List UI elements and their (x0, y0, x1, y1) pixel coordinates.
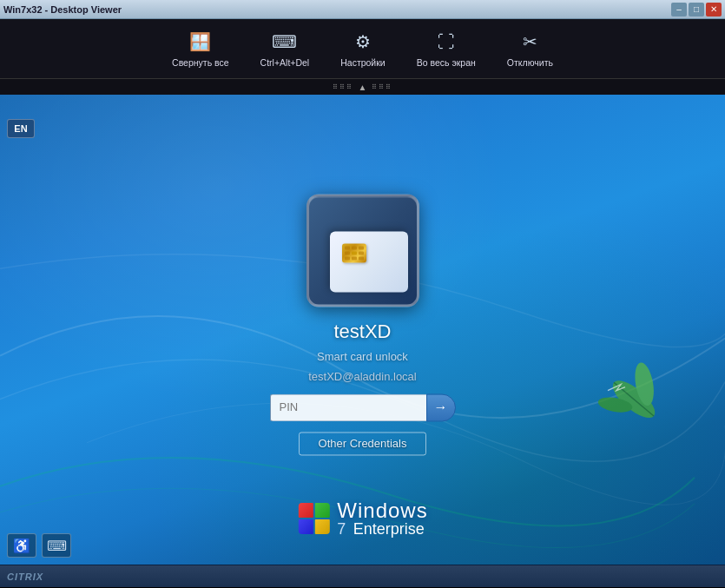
pin-go-icon: → (434, 400, 448, 415)
handle-dots-right: ⠿⠿⠿ (372, 83, 392, 91)
close-button[interactable]: ✕ (706, 3, 722, 17)
fullscreen-label: Во весь экран (417, 57, 476, 68)
maximize-button[interactable]: □ (689, 3, 704, 17)
accessibility-icon: ♿ (13, 538, 30, 554)
pin-input[interactable] (270, 393, 426, 421)
other-credentials-label: Other Credentials (319, 437, 407, 450)
svg-point-0 (607, 374, 660, 424)
orb-red (298, 503, 313, 518)
minimize-all-label: Свернуть все (172, 57, 229, 68)
language-label: EN (14, 123, 27, 134)
language-button[interactable]: EN (7, 119, 35, 138)
fullscreen-icon: ⛶ (432, 30, 460, 54)
toolbar-disconnect[interactable]: ✂ Отключить (493, 24, 567, 73)
bottom-left-icons: ♿ ⌨ (7, 533, 71, 558)
user-email: testXD@aladdin.local (308, 370, 416, 383)
title-bar: Win7x32 - Desktop Viewer – □ ✕ (0, 0, 725, 19)
handle-dots-left: ⠿⠿⠿ (333, 83, 353, 91)
toolbar-ctrl-alt-del[interactable]: ⌨ Ctrl+Alt+Del (247, 24, 324, 73)
toolbar-minimize-all[interactable]: 🪟 Свернуть все (158, 24, 243, 73)
card-chip (342, 243, 366, 262)
svg-point-1 (632, 361, 656, 407)
pin-go-button[interactable]: → (426, 393, 456, 421)
windows-orb (297, 502, 330, 535)
ctrl-alt-del-label: Ctrl+Alt+Del (260, 57, 310, 68)
other-credentials-button[interactable]: Other Credentials (299, 432, 427, 455)
minimize-button[interactable]: – (671, 3, 687, 17)
windows-edition: Enterprise (353, 520, 425, 538)
svg-line-3 (614, 382, 654, 416)
unlock-label: Smart card unlock (317, 350, 408, 363)
windows-text-group: Windows 7 Enterprise (337, 500, 427, 537)
toolbar-settings[interactable]: ⚙ Настройки (326, 24, 399, 73)
collapse-handle[interactable]: ⠿⠿⠿ ▲ ⠿⠿⠿ (0, 79, 725, 95)
orb-blue (298, 519, 313, 534)
keyboard-icon: ⌨ (47, 538, 67, 554)
card-inner (330, 231, 408, 292)
orb-green (314, 503, 329, 518)
pin-row: → (270, 393, 456, 421)
minimize-all-icon: 🪟 (187, 30, 214, 54)
windows-version: 7 (337, 520, 346, 538)
windows-name: Windows (337, 500, 427, 521)
smartcard-icon (306, 194, 419, 307)
title-controls: – □ ✕ (671, 3, 722, 17)
citrix-label: CITRIX (7, 571, 43, 582)
orb-yellow (314, 519, 329, 534)
accessibility-button[interactable]: ♿ (7, 533, 36, 558)
title-text: Win7x32 - Desktop Viewer (3, 4, 122, 15)
settings-label: Настройки (340, 57, 386, 68)
settings-icon: ⚙ (349, 30, 377, 54)
status-bar: CITRIX (0, 565, 725, 587)
toolbar: 🪟 Свернуть все ⌨ Ctrl+Alt+Del ⚙ Настройк… (0, 19, 725, 79)
login-box: testXD Smart card unlock testXD@aladdin.… (270, 194, 456, 455)
disconnect-label: Отключить (507, 57, 553, 68)
windows-logo: Windows 7 Enterprise (297, 500, 427, 537)
user-name: testXD (333, 320, 391, 343)
desktop: EN testXD Smart card unlock testXD@aladd… (0, 95, 725, 565)
collapse-arrow-icon: ▲ (359, 83, 367, 92)
disconnect-icon: ✂ (516, 30, 544, 54)
toolbar-fullscreen[interactable]: ⛶ Во весь экран (403, 24, 490, 73)
svg-point-2 (596, 395, 633, 415)
keyboard-button[interactable]: ⌨ (42, 533, 71, 558)
ctrl-alt-del-icon: ⌨ (271, 30, 299, 54)
windows-version-row: 7 Enterprise (337, 521, 427, 537)
